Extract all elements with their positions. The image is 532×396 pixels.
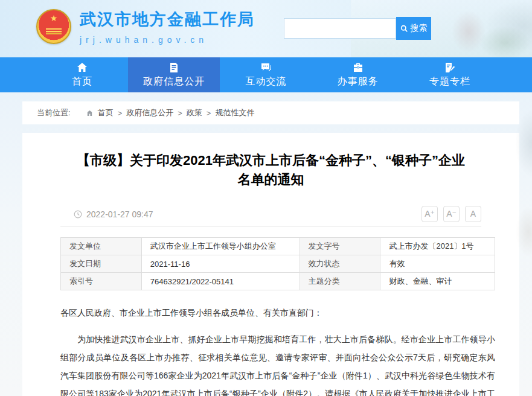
meta-label-issuing-unit: 发文单位	[61, 238, 142, 255]
edit-document-icon	[444, 62, 456, 74]
article-title: 【市级】关于印发2021年武汉市上市后备“金种子”、“银种子”企业名单的通知	[60, 151, 481, 190]
nav-item-home[interactable]: 首页	[36, 57, 128, 92]
search-icon	[400, 25, 408, 33]
meta-label-topic-category: 主题分类	[300, 273, 380, 290]
table-row: 发文单位 武汉市企业上市工作领导小组办公室 发文字号 武上市办发〔2021〕1号	[61, 238, 495, 255]
meta-value-doc-number: 武上市办发〔2021〕1号	[380, 238, 495, 255]
article-paragraph: 为加快推进武汉市企业上市、抓好企业上市早期挖掘和培育工作，壮大上市后备梯队。经市…	[60, 330, 495, 396]
page: ★ 武汉市地方金融工作局 jrj.wuhan.gov.cn 搜索 首页	[0, 0, 532, 396]
article-card: 【市级】关于印发2021年武汉市上市后备“金种子”、“银种子”企业名单的通知 2…	[22, 133, 519, 396]
breadcrumb-label: 当前位置:	[37, 107, 71, 118]
chat-icon	[260, 62, 272, 74]
article-meta-bar: 2022-01-27 09:47 A⁺ A⁻ A	[60, 202, 481, 227]
location-marker-icon	[86, 110, 93, 117]
clock-icon	[74, 210, 82, 219]
meta-label-validity: 效力状态	[300, 255, 380, 273]
nav-item-label: 首页	[72, 75, 92, 88]
brand-text: 武汉市地方金融工作局 jrj.wuhan.gov.cn	[80, 8, 255, 45]
briefcase-icon	[352, 62, 364, 74]
font-reset-button[interactable]: A	[465, 206, 481, 222]
publish-date: 2022-01-27 09:47	[60, 209, 153, 219]
nav-item-label: 办事服务	[338, 75, 379, 88]
site-header: ★ 武汉市地方金融工作局 jrj.wuhan.gov.cn 搜索	[0, 0, 532, 57]
breadcrumb: 当前位置: 首页 > 政府信息公开 > 政策 > 规范性文件	[22, 101, 519, 124]
nav-item-gov-info[interactable]: 政府信息公开	[128, 57, 220, 92]
breadcrumb-separator: >	[118, 109, 123, 118]
font-decrease-button[interactable]: A⁻	[443, 206, 460, 222]
meta-label-doc-number: 发文字号	[300, 238, 380, 255]
font-size-controls: A⁺ A⁻ A	[421, 206, 481, 222]
breadcrumb-item-policy[interactable]: 政策	[187, 107, 202, 118]
site-url: jrj.wuhan.gov.cn	[80, 35, 255, 45]
meta-value-issue-date: 2021-11-16	[141, 255, 300, 273]
meta-value-topic-category: 财政、金融、审计	[380, 273, 495, 290]
breadcrumb-item-gov-info[interactable]: 政府信息公开	[126, 107, 173, 118]
search-input[interactable]	[284, 18, 396, 39]
search-button-label: 搜索	[411, 23, 428, 34]
font-increase-button[interactable]: A⁺	[421, 206, 438, 222]
main-nav: 首页 政府信息公开 互动交流 办事服务 专题专栏	[0, 57, 532, 92]
emblem-star-icon: ★	[37, 14, 70, 22]
article-body: 各区人民政府、市企业上市工作领导小组各成员单位、有关市直部门： 为加快推进武汉市…	[60, 304, 495, 396]
nav-item-label: 政府信息公开	[143, 75, 205, 88]
breadcrumb-item-home[interactable]: 首页	[98, 107, 114, 118]
emblem-gate-icon	[46, 28, 62, 34]
nav-item-services[interactable]: 办事服务	[312, 57, 404, 92]
document-icon	[168, 62, 180, 74]
meta-value-issuing-unit: 武汉市企业上市工作领导小组办公室	[141, 238, 300, 255]
search-area: 搜索	[284, 17, 431, 40]
content-area: 当前位置: 首页 > 政府信息公开 > 政策 > 规范性文件 【市级】关于印发2…	[0, 92, 532, 396]
site-brand[interactable]: ★ 武汉市地方金融工作局 jrj.wuhan.gov.cn	[36, 8, 255, 45]
nav-item-interaction[interactable]: 互动交流	[220, 57, 312, 92]
table-row: 索引号 764632921/2022-05141 主题分类 财政、金融、审计	[61, 273, 495, 290]
breadcrumb-separator: >	[207, 109, 211, 118]
breadcrumb-item-normative-docs[interactable]: 规范性文件	[215, 107, 254, 118]
nav-item-special-topics[interactable]: 专题专栏	[404, 57, 496, 92]
search-button[interactable]: 搜索	[396, 17, 431, 40]
publish-date-text: 2022-01-27 09:47	[86, 209, 153, 219]
site-title: 武汉市地方金融工作局	[80, 8, 255, 30]
nav-item-label: 互动交流	[246, 75, 287, 88]
meta-value-validity: 有效	[380, 255, 495, 273]
home-icon	[76, 62, 88, 74]
table-row: 发文日期 2021-11-16 效力状态 有效	[61, 255, 495, 273]
meta-value-index-number: 764632921/2022-05141	[141, 273, 300, 290]
meta-label-index-number: 索引号	[61, 273, 142, 290]
national-emblem-logo: ★	[36, 9, 71, 44]
breadcrumb-separator: >	[178, 109, 182, 118]
nav-item-label: 专题专栏	[429, 75, 470, 88]
document-meta-table: 发文单位 武汉市企业上市工作领导小组办公室 发文字号 武上市办发〔2021〕1号…	[60, 237, 495, 290]
article-salutation: 各区人民政府、市企业上市工作领导小组各成员单位、有关市直部门：	[60, 304, 495, 322]
meta-label-issue-date: 发文日期	[61, 255, 142, 273]
